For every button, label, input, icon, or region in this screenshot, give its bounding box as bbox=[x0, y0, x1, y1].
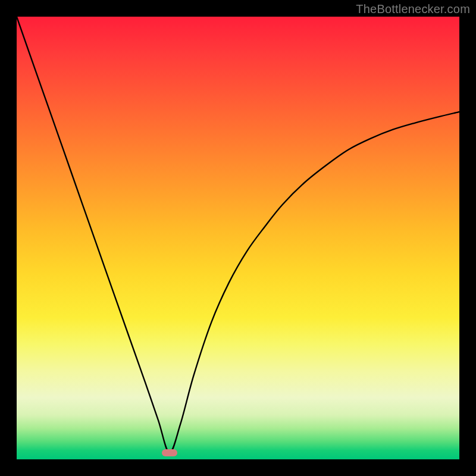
chart-frame: TheBottlenecker.com bbox=[0, 0, 476, 476]
curve-layer bbox=[17, 17, 459, 459]
minimum-marker bbox=[162, 449, 177, 456]
bottleneck-curve bbox=[17, 17, 459, 453]
watermark-text: TheBottlenecker.com bbox=[356, 2, 470, 16]
plot-area bbox=[17, 17, 459, 459]
